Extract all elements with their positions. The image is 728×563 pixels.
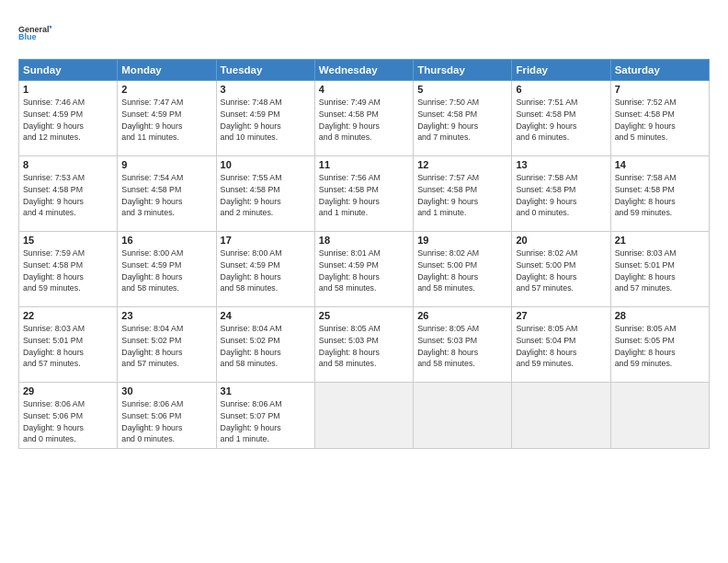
day-number: 9 xyxy=(121,159,211,170)
calendar-cell: 7Sunrise: 7:52 AM Sunset: 4:58 PM Daylig… xyxy=(610,81,709,156)
calendar-cell: 17Sunrise: 8:00 AM Sunset: 4:59 PM Dayli… xyxy=(216,232,314,307)
day-number: 18 xyxy=(319,235,409,246)
calendar-cell: 30Sunrise: 8:06 AM Sunset: 5:06 PM Dayli… xyxy=(118,383,216,449)
day-number: 5 xyxy=(417,84,507,95)
day-number: 6 xyxy=(516,84,606,95)
calendar-cell: 2Sunrise: 7:47 AM Sunset: 4:59 PM Daylig… xyxy=(118,81,216,156)
day-number: 20 xyxy=(516,235,606,246)
day-number: 25 xyxy=(319,310,409,321)
day-number: 29 xyxy=(23,385,113,396)
day-number: 31 xyxy=(221,385,311,396)
calendar-cell xyxy=(610,383,709,449)
day-number: 16 xyxy=(121,235,211,246)
day-number: 7 xyxy=(615,84,705,95)
calendar-cell: 8Sunrise: 7:53 AM Sunset: 4:58 PM Daylig… xyxy=(19,156,118,232)
day-number: 1 xyxy=(23,84,113,95)
header: General Blue xyxy=(18,17,710,50)
day-info: Sunrise: 8:05 AM Sunset: 5:03 PM Dayligh… xyxy=(319,323,409,370)
day-number: 8 xyxy=(23,159,113,170)
day-number: 24 xyxy=(221,310,311,321)
calendar-cell: 24Sunrise: 8:04 AM Sunset: 5:02 PM Dayli… xyxy=(216,307,314,383)
logo-svg: General Blue xyxy=(18,17,51,50)
calendar-table: SundayMondayTuesdayWednesdayThursdayFrid… xyxy=(18,59,710,449)
day-number: 4 xyxy=(319,84,409,95)
calendar-cell: 20Sunrise: 8:02 AM Sunset: 5:00 PM Dayli… xyxy=(512,232,610,307)
day-info: Sunrise: 8:04 AM Sunset: 5:02 PM Dayligh… xyxy=(221,323,311,370)
day-info: Sunrise: 8:06 AM Sunset: 5:06 PM Dayligh… xyxy=(23,398,113,445)
day-info: Sunrise: 7:53 AM Sunset: 4:58 PM Dayligh… xyxy=(23,172,113,219)
week-row-5: 29Sunrise: 8:06 AM Sunset: 5:06 PM Dayli… xyxy=(19,383,710,449)
day-info: Sunrise: 8:05 AM Sunset: 5:03 PM Dayligh… xyxy=(417,323,507,370)
day-info: Sunrise: 7:52 AM Sunset: 4:58 PM Dayligh… xyxy=(615,97,705,144)
day-number: 12 xyxy=(417,159,507,170)
day-info: Sunrise: 7:47 AM Sunset: 4:59 PM Dayligh… xyxy=(121,97,211,144)
calendar-cell: 12Sunrise: 7:57 AM Sunset: 4:58 PM Dayli… xyxy=(414,156,512,232)
calendar-cell: 18Sunrise: 8:01 AM Sunset: 4:59 PM Dayli… xyxy=(314,232,413,307)
calendar-cell: 26Sunrise: 8:05 AM Sunset: 5:03 PM Dayli… xyxy=(414,307,512,383)
day-info: Sunrise: 7:46 AM Sunset: 4:59 PM Dayligh… xyxy=(23,97,113,144)
day-number: 19 xyxy=(417,235,507,246)
day-info: Sunrise: 7:58 AM Sunset: 4:58 PM Dayligh… xyxy=(516,172,606,219)
day-info: Sunrise: 8:00 AM Sunset: 4:59 PM Dayligh… xyxy=(121,247,211,294)
day-number: 21 xyxy=(615,235,705,246)
day-number: 2 xyxy=(121,84,211,95)
svg-text:Blue: Blue xyxy=(18,32,37,41)
week-row-4: 22Sunrise: 8:03 AM Sunset: 5:01 PM Dayli… xyxy=(19,307,710,383)
calendar-cell xyxy=(314,383,413,449)
calendar-cell: 21Sunrise: 8:03 AM Sunset: 5:01 PM Dayli… xyxy=(610,232,709,307)
day-info: Sunrise: 7:48 AM Sunset: 4:59 PM Dayligh… xyxy=(221,97,311,144)
calendar-cell: 5Sunrise: 7:50 AM Sunset: 4:58 PM Daylig… xyxy=(414,81,512,156)
day-info: Sunrise: 7:58 AM Sunset: 4:58 PM Dayligh… xyxy=(615,172,705,219)
weekday-header-monday: Monday xyxy=(118,60,216,81)
calendar-cell: 4Sunrise: 7:49 AM Sunset: 4:58 PM Daylig… xyxy=(314,81,413,156)
calendar-cell: 9Sunrise: 7:54 AM Sunset: 4:58 PM Daylig… xyxy=(118,156,216,232)
day-info: Sunrise: 8:03 AM Sunset: 5:01 PM Dayligh… xyxy=(615,247,705,294)
day-info: Sunrise: 8:00 AM Sunset: 4:59 PM Dayligh… xyxy=(221,247,311,294)
weekday-header-thursday: Thursday xyxy=(414,60,512,81)
day-number: 27 xyxy=(516,310,606,321)
week-row-2: 8Sunrise: 7:53 AM Sunset: 4:58 PM Daylig… xyxy=(19,156,710,232)
calendar-cell: 28Sunrise: 8:05 AM Sunset: 5:05 PM Dayli… xyxy=(610,307,709,383)
day-number: 3 xyxy=(221,84,311,95)
calendar-cell: 27Sunrise: 8:05 AM Sunset: 5:04 PM Dayli… xyxy=(512,307,610,383)
weekday-header-tuesday: Tuesday xyxy=(216,60,314,81)
day-info: Sunrise: 8:02 AM Sunset: 5:00 PM Dayligh… xyxy=(417,247,507,294)
weekday-header-row: SundayMondayTuesdayWednesdayThursdayFrid… xyxy=(19,60,710,81)
calendar-cell: 11Sunrise: 7:56 AM Sunset: 4:58 PM Dayli… xyxy=(314,156,413,232)
calendar-cell: 23Sunrise: 8:04 AM Sunset: 5:02 PM Dayli… xyxy=(118,307,216,383)
calendar-cell: 15Sunrise: 7:59 AM Sunset: 4:58 PM Dayli… xyxy=(19,232,118,307)
calendar-cell: 22Sunrise: 8:03 AM Sunset: 5:01 PM Dayli… xyxy=(19,307,118,383)
day-number: 14 xyxy=(615,159,705,170)
weekday-header-friday: Friday xyxy=(512,60,610,81)
day-number: 17 xyxy=(221,235,311,246)
calendar-cell: 3Sunrise: 7:48 AM Sunset: 4:59 PM Daylig… xyxy=(216,81,314,156)
day-info: Sunrise: 8:05 AM Sunset: 5:04 PM Dayligh… xyxy=(516,323,606,370)
day-info: Sunrise: 8:06 AM Sunset: 5:06 PM Dayligh… xyxy=(121,398,211,445)
calendar-body: 1Sunrise: 7:46 AM Sunset: 4:59 PM Daylig… xyxy=(19,81,710,449)
svg-marker-2 xyxy=(49,26,51,29)
day-info: Sunrise: 8:06 AM Sunset: 5:07 PM Dayligh… xyxy=(221,398,311,445)
day-number: 23 xyxy=(121,310,211,321)
week-row-3: 15Sunrise: 7:59 AM Sunset: 4:58 PM Dayli… xyxy=(19,232,710,307)
calendar-cell: 19Sunrise: 8:02 AM Sunset: 5:00 PM Dayli… xyxy=(414,232,512,307)
day-info: Sunrise: 8:02 AM Sunset: 5:00 PM Dayligh… xyxy=(516,247,606,294)
day-info: Sunrise: 7:55 AM Sunset: 4:58 PM Dayligh… xyxy=(221,172,311,219)
logo: General Blue xyxy=(18,17,51,50)
day-info: Sunrise: 8:03 AM Sunset: 5:01 PM Dayligh… xyxy=(23,323,113,370)
calendar-cell: 29Sunrise: 8:06 AM Sunset: 5:06 PM Dayli… xyxy=(19,383,118,449)
week-row-1: 1Sunrise: 7:46 AM Sunset: 4:59 PM Daylig… xyxy=(19,81,710,156)
weekday-header-wednesday: Wednesday xyxy=(314,60,413,81)
day-info: Sunrise: 8:04 AM Sunset: 5:02 PM Dayligh… xyxy=(121,323,211,370)
calendar-cell: 25Sunrise: 8:05 AM Sunset: 5:03 PM Dayli… xyxy=(314,307,413,383)
day-info: Sunrise: 7:51 AM Sunset: 4:58 PM Dayligh… xyxy=(516,97,606,144)
day-number: 11 xyxy=(319,159,409,170)
day-number: 26 xyxy=(417,310,507,321)
day-number: 13 xyxy=(516,159,606,170)
weekday-header-sunday: Sunday xyxy=(19,60,118,81)
day-info: Sunrise: 8:05 AM Sunset: 5:05 PM Dayligh… xyxy=(615,323,705,370)
calendar-cell: 1Sunrise: 7:46 AM Sunset: 4:59 PM Daylig… xyxy=(19,81,118,156)
calendar-cell: 14Sunrise: 7:58 AM Sunset: 4:58 PM Dayli… xyxy=(610,156,709,232)
day-info: Sunrise: 7:57 AM Sunset: 4:58 PM Dayligh… xyxy=(417,172,507,219)
calendar-cell: 6Sunrise: 7:51 AM Sunset: 4:58 PM Daylig… xyxy=(512,81,610,156)
day-info: Sunrise: 7:49 AM Sunset: 4:58 PM Dayligh… xyxy=(319,97,409,144)
